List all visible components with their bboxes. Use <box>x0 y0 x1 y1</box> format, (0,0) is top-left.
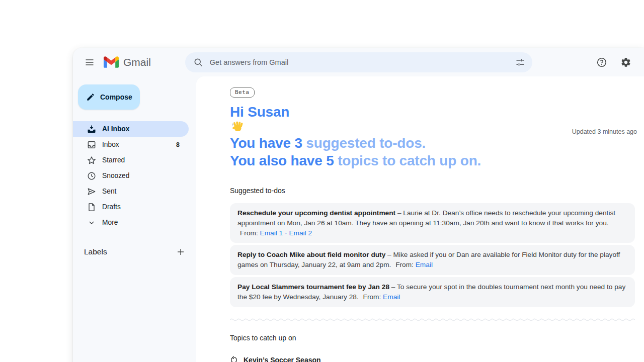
sidebar-item-starred[interactable]: Starred <box>73 152 189 168</box>
main-menu-button[interactable] <box>79 52 100 72</box>
compose-button[interactable]: Compose <box>78 84 140 110</box>
header: Gmail Get answers from Gmail <box>73 48 644 76</box>
gmail-window: Gmail Get answers from Gmail <box>73 48 644 362</box>
todo-card-dentist[interactable]: Reschedule your upcoming dentist appoint… <box>230 203 635 243</box>
gmail-m-icon <box>104 56 119 68</box>
updated-timestamp: Updated 3 minutes ago <box>572 128 637 135</box>
document-icon <box>87 202 97 212</box>
heading-dark-3: You also have 5 <box>230 153 334 168</box>
gmail-logo[interactable]: Gmail <box>104 56 151 68</box>
labels-header: Labels <box>84 247 107 256</box>
star-icon <box>87 155 97 165</box>
sidebar-item-label: Inbox <box>102 141 119 148</box>
sidebar-item-ai-inbox[interactable]: AI Inbox <box>73 121 189 137</box>
sidebar-item-label: Drafts <box>102 203 121 211</box>
sidebar-item-drafts[interactable]: Drafts <box>73 199 189 215</box>
chevron-down-icon <box>87 218 97 228</box>
todo-title: Reply to Coach Mike about field monitor … <box>237 251 385 258</box>
topics-section-label: Topics to catch up on <box>230 334 635 342</box>
sidebar-item-snoozed[interactable]: Snoozed <box>73 168 189 184</box>
settings-button[interactable] <box>616 52 636 72</box>
heading-dark-1: Hi Susan <box>230 104 289 120</box>
beta-badge: Beta <box>230 87 255 98</box>
email-link-1[interactable]: Email <box>416 261 433 268</box>
waving-hand-emoji <box>231 121 245 134</box>
todo-card-list: Reschedule your upcoming dentist appoint… <box>230 203 635 307</box>
gmail-wordmark: Gmail <box>123 56 151 68</box>
topic-group-title: Kevin’s Soccer Season <box>244 356 321 362</box>
compose-label: Compose <box>100 93 132 101</box>
todo-title: Pay Local Slammers tournament fee by Jan… <box>237 283 389 291</box>
from-label: From: <box>395 261 414 268</box>
help-button[interactable] <box>592 52 612 72</box>
sidebar-item-more[interactable]: More <box>73 215 189 230</box>
heading-light-1: suggested to-dos. <box>306 135 426 151</box>
search-input[interactable]: Get answers from Gmail <box>210 58 515 66</box>
pencil-icon <box>86 93 95 102</box>
heading-dark-2: You have 3 <box>230 135 302 151</box>
ai-inbox-icon <box>87 124 97 134</box>
heading-light-2: topics to catch up on. <box>338 153 481 168</box>
main-panel: Beta Hi Susan You h <box>196 76 644 362</box>
search-filter-icon[interactable] <box>515 57 525 67</box>
page: Gmail Get answers from Gmail <box>0 0 644 362</box>
help-icon <box>596 57 607 68</box>
topic-group-header: Kevin’s Soccer Season <box>230 356 635 362</box>
refresh-icon <box>230 356 238 362</box>
sidebar-nav: AI Inbox Inbox 8 Starred <box>73 121 196 230</box>
email-link-2[interactable]: Email 2 <box>289 229 312 237</box>
header-actions <box>592 52 636 72</box>
todo-card-coach-mike[interactable]: Reply to Coach Mike about field monitor … <box>230 245 635 275</box>
sidebar-item-label: Starred <box>102 156 125 164</box>
hamburger-icon <box>85 57 95 67</box>
inbox-unread-count: 8 <box>176 141 180 148</box>
sidebar-item-inbox[interactable]: Inbox 8 <box>73 137 189 152</box>
link-separator: · <box>285 229 287 237</box>
add-label-button[interactable] <box>176 247 185 256</box>
ai-summary-heading: Hi Susan You have 3 suggested <box>230 103 635 169</box>
todo-card-tournament-fee[interactable]: Pay Local Slammers tournament fee by Jan… <box>230 277 635 307</box>
sidebar-item-label: More <box>102 219 118 226</box>
search-bar[interactable]: Get answers from Gmail <box>185 52 532 72</box>
gear-icon <box>620 57 631 68</box>
email-link-1[interactable]: Email 1 <box>260 229 283 237</box>
sidebar-item-label: Sent <box>102 188 116 195</box>
from-label: From: <box>240 229 258 237</box>
sidebar: Compose AI Inbox Inbox 8 <box>73 76 196 362</box>
clock-icon <box>87 171 97 181</box>
inbox-icon <box>87 140 97 150</box>
sidebar-item-label: Snoozed <box>102 172 129 179</box>
sidebar-item-sent[interactable]: Sent <box>73 184 189 199</box>
from-label: From: <box>363 293 381 301</box>
email-link-1[interactable]: Email <box>383 293 400 301</box>
wavy-divider <box>230 317 635 321</box>
sidebar-item-label: AI Inbox <box>102 125 129 133</box>
labels-section: Labels <box>73 247 196 256</box>
send-icon <box>87 187 97 197</box>
search-icon[interactable] <box>193 57 203 67</box>
todo-title: Reschedule your upcoming dentist appoint… <box>237 209 395 217</box>
suggested-todos-label: Suggested to-dos <box>230 187 635 195</box>
